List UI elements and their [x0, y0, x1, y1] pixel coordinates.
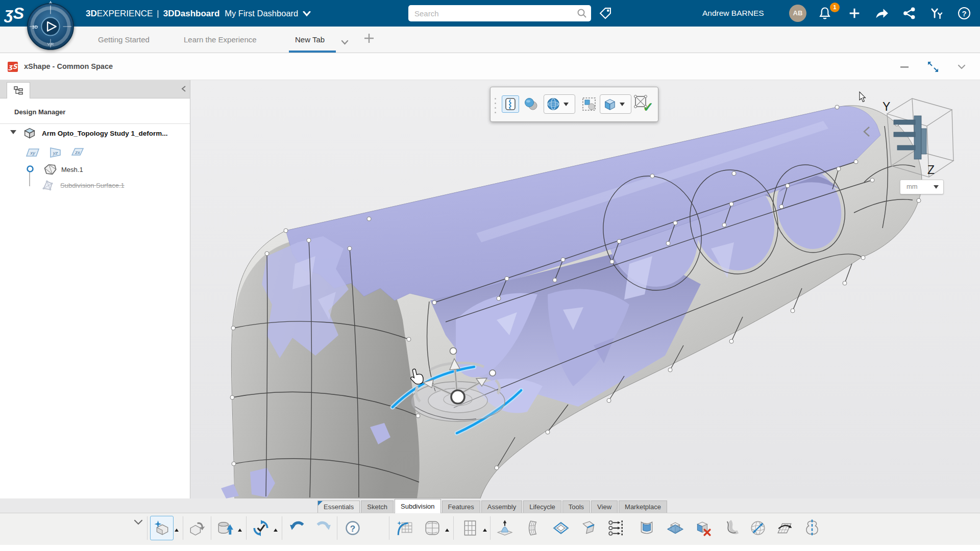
action-bar-toolbar: ? — [0, 513, 980, 545]
subdivision-box-button[interactable] — [421, 516, 444, 540]
tab-view[interactable]: View — [591, 500, 618, 513]
collapse-toolbar-chevron-icon[interactable] — [132, 517, 147, 530]
exit-fullscreen-icon[interactable] — [927, 61, 939, 73]
new-content-flyout[interactable] — [175, 529, 179, 532]
toolbar-drag-handle[interactable] — [495, 95, 497, 114]
compass-icon[interactable]: 3D V.R — [26, 1, 76, 51]
validate-ok-button[interactable]: ✓ — [633, 94, 656, 115]
tab-subdivision[interactable]: Subdivision — [395, 499, 441, 513]
tab-sketch[interactable]: Sketch — [361, 500, 394, 513]
delete-face-button[interactable] — [691, 516, 715, 540]
tree-view-tab[interactable] — [7, 82, 30, 98]
sphere-primitive-dropdown[interactable] — [544, 94, 575, 114]
tree-item-subdivision-surface[interactable]: Subdivision Surface.1 — [60, 182, 125, 189]
part-cube-icon[interactable] — [22, 126, 37, 142]
add-tab-plus-icon[interactable] — [361, 32, 377, 47]
share-arrow-icon[interactable] — [874, 6, 889, 20]
units-dropdown[interactable]: mm — [900, 180, 944, 194]
add-plus-icon[interactable] — [847, 6, 862, 20]
user-name[interactable]: Andrew BARNES — [702, 0, 764, 27]
keep-sharp-edges-button[interactable] — [502, 95, 519, 113]
manipulator-center[interactable] — [451, 390, 464, 404]
plane-xy-label: xy — [30, 150, 36, 156]
transform-sphere-button[interactable] — [746, 516, 770, 540]
panel-title: Design Manager — [14, 108, 65, 116]
tab-tools[interactable]: Tools — [562, 500, 590, 513]
tab-lifecycle[interactable]: Lifecycle — [523, 500, 561, 513]
new-content-button[interactable] — [150, 516, 174, 540]
minimize-icon[interactable] — [898, 61, 911, 73]
swym-community-icon[interactable] — [929, 6, 943, 20]
split-body-button[interactable] — [664, 516, 687, 540]
subdivision-surface-icon[interactable] — [41, 179, 54, 194]
sharp-edge-button[interactable] — [577, 516, 600, 540]
app-window-title: xShape - Common Space — [24, 53, 113, 80]
symmetry-button[interactable] — [800, 516, 824, 540]
tab-learn-the-experience[interactable]: Learn the Experience — [184, 27, 257, 53]
bend-surface-button[interactable] — [522, 516, 545, 540]
app-title-bar: ʒS xShape - Common Space — [0, 53, 980, 80]
search-icon[interactable] — [577, 8, 587, 20]
refresh-flyout[interactable] — [274, 529, 278, 532]
tree-item-mesh[interactable]: Mesh.1 — [61, 166, 83, 173]
plane-xy-icon[interactable]: xy — [24, 145, 41, 162]
tab-getting-started[interactable]: Getting Started — [98, 27, 150, 53]
mesh-pin-icon[interactable] — [26, 165, 34, 175]
collapse-app-chevron-icon[interactable] — [955, 61, 968, 73]
tree-expander[interactable] — [10, 130, 16, 134]
undo-button[interactable] — [286, 516, 309, 540]
tab-marketplace[interactable]: Marketplace — [619, 500, 667, 513]
align-nodes-button[interactable] — [604, 516, 628, 540]
subdivision-model[interactable] — [221, 105, 922, 498]
inset-face-button[interactable] — [549, 516, 573, 540]
tree-root-item[interactable]: Arm Opto_Topology Study 1_deform... — [42, 130, 168, 137]
subdivision-plane-flyout[interactable] — [483, 529, 487, 532]
extrude-face-button[interactable] — [493, 516, 517, 540]
refresh-sync-button[interactable] — [249, 516, 273, 540]
subdivision-plane-button[interactable] — [458, 516, 482, 540]
plane-zx-icon[interactable]: zx — [69, 145, 86, 162]
search-input[interactable] — [408, 5, 577, 21]
thicken-surface-button[interactable] — [635, 516, 658, 540]
tab-essentials[interactable]: Essentials — [317, 500, 360, 513]
unit-value: mm — [906, 183, 918, 190]
compass-3d-label: 3D — [32, 24, 38, 30]
flip-normal-button[interactable] — [773, 516, 796, 540]
mesh-icon[interactable] — [43, 162, 57, 179]
ok-check-icon: ✓ — [643, 99, 654, 115]
tab-dropdown-chevron-icon[interactable] — [341, 38, 349, 47]
3ds-logo-icon[interactable]: ʒS — [4, 3, 28, 23]
main-area: Design Manager Arm Opto_Topology Study 1… — [0, 80, 980, 498]
3d-viewport[interactable]: Y Z — [190, 80, 980, 498]
sketch-grid-button[interactable] — [393, 516, 416, 540]
plane-yz-icon[interactable]: yz — [47, 145, 63, 162]
redo-button[interactable] — [311, 516, 335, 540]
handle-point[interactable] — [450, 348, 457, 355]
dashboard-dropdown-chevron[interactable] — [303, 1, 311, 27]
help-icon[interactable]: ? — [957, 6, 971, 20]
tab-assembly[interactable]: Assembly — [481, 500, 522, 513]
help-button[interactable]: ? — [341, 516, 364, 540]
open-button[interactable] — [185, 516, 208, 540]
subdivision-box-flyout[interactable] — [445, 529, 449, 532]
tag-icon[interactable] — [598, 6, 612, 20]
blend-spheres-button[interactable] — [522, 95, 540, 113]
share-nodes-icon[interactable] — [902, 6, 916, 20]
logo-glyph: ʒS — [4, 4, 24, 22]
model-scene[interactable]: Y Z — [190, 80, 980, 498]
axis-z-label: Z — [927, 163, 935, 177]
brand-3d: 3D — [86, 9, 97, 18]
avatar[interactable]: AB — [789, 5, 806, 22]
tab-features[interactable]: Features — [442, 500, 480, 513]
dashboard-name[interactable]: My First Dashboard — [225, 9, 298, 18]
compass-vr-label: V.R — [47, 42, 54, 46]
save-button[interactable] — [213, 516, 237, 540]
save-flyout[interactable] — [238, 529, 242, 532]
box-primitive-dropdown[interactable] — [600, 94, 631, 114]
tab-new-tab[interactable]: New Tab — [295, 27, 325, 53]
collapse-panel-chevron-icon[interactable] — [181, 85, 187, 94]
select-elements-button[interactable] — [580, 95, 598, 113]
match-curve-button[interactable] — [720, 516, 743, 540]
handle-point[interactable] — [489, 370, 496, 376]
notification-badge: 1 — [830, 3, 840, 12]
